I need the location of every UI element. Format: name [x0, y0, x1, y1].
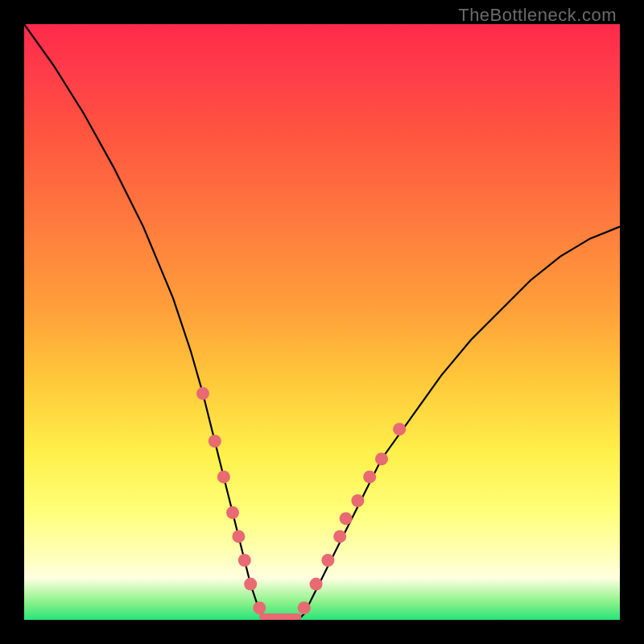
curve-dots — [196, 387, 406, 614]
curve-dot — [321, 554, 334, 567]
curve-dot — [232, 530, 245, 543]
curve-dot — [253, 601, 266, 614]
bottleneck-curve — [24, 24, 620, 620]
curve-dot — [375, 452, 388, 465]
plot-area — [24, 24, 620, 620]
curve-svg — [24, 24, 620, 620]
curve-dot — [226, 506, 239, 519]
curve-dot — [208, 435, 221, 448]
curve-dot — [298, 601, 311, 614]
curve-dot — [393, 423, 406, 436]
watermark-text: TheBottleneck.com — [458, 5, 617, 26]
curve-dot — [217, 470, 230, 483]
curve-dot — [363, 470, 376, 483]
chart-frame: TheBottleneck.com — [0, 0, 644, 644]
curve-dot — [351, 494, 364, 507]
curve-dot — [310, 578, 323, 591]
curve-dot — [333, 530, 346, 543]
curve-dot — [244, 578, 257, 591]
curve-dot — [196, 387, 209, 400]
curve-dot — [340, 512, 353, 525]
curve-dot — [238, 554, 251, 567]
